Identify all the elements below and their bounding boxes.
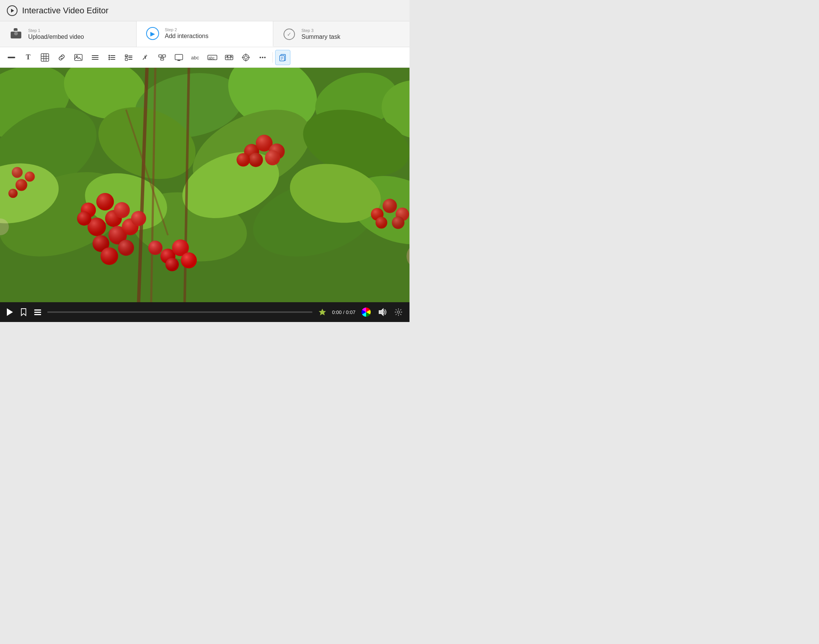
checklist-tool-button[interactable] — [121, 50, 136, 65]
svg-rect-18 — [125, 58, 127, 61]
progress-bar[interactable] — [47, 311, 312, 313]
list-icon — [91, 53, 99, 62]
time-display: 0:00 / 0:07 — [332, 309, 355, 315]
summary-tool-button[interactable] — [155, 50, 170, 65]
image-tool-button[interactable] — [71, 50, 86, 65]
svg-point-47 — [260, 57, 261, 58]
svg-point-97 — [131, 211, 146, 226]
volume-icon — [378, 308, 387, 316]
camera-icon — [9, 27, 23, 41]
total-time: 0:07 — [346, 309, 355, 315]
svg-text:▶: ▶ — [231, 55, 233, 57]
palette-button[interactable] — [360, 306, 372, 318]
bullet-list-tool-button[interactable] — [104, 50, 120, 65]
svg-point-141 — [181, 252, 197, 268]
navigation-icon: ◀ ▶ — [225, 53, 233, 62]
navigation-tool-button[interactable]: ◀ ▶ — [221, 50, 237, 65]
svg-point-42 — [244, 56, 247, 59]
settings-button[interactable] — [393, 306, 404, 318]
interaction-toolbar: T — [0, 47, 410, 68]
step3-number: Step 3 — [301, 28, 340, 33]
step3-label: Summary task — [301, 33, 340, 40]
step1-label: Upload/embed video — [28, 33, 84, 40]
svg-point-95 — [77, 211, 91, 225]
step2-tab[interactable]: ▶ Step 2 Add interactions — [137, 21, 273, 47]
link-icon — [57, 53, 66, 62]
text-input-tool-button[interactable]: abc — [205, 50, 220, 65]
star-button[interactable] — [317, 307, 328, 317]
volume-button[interactable] — [377, 306, 388, 318]
bullet-list-icon — [108, 53, 116, 62]
play-circle-icon — [7, 5, 18, 16]
text-tool-button[interactable]: T — [21, 50, 36, 65]
image-icon — [74, 53, 83, 62]
bars-button[interactable] — [33, 308, 43, 317]
svg-point-109 — [249, 153, 263, 167]
svg-rect-26 — [161, 58, 164, 60]
hotspot-tool-button[interactable] — [238, 50, 253, 65]
svg-point-11 — [108, 55, 110, 56]
paste-tool-button[interactable] — [275, 50, 290, 65]
svg-point-139 — [166, 258, 179, 271]
palette-icon — [362, 308, 371, 317]
svg-point-101 — [118, 240, 134, 256]
time-separator: / — [342, 309, 346, 315]
svg-text:◀: ◀ — [226, 55, 228, 57]
video-area — [0, 68, 410, 302]
svg-point-99 — [100, 247, 118, 265]
text-abc-icon: abc — [191, 53, 201, 62]
svg-point-131 — [392, 217, 405, 229]
svg-rect-29 — [175, 54, 183, 60]
svg-rect-0 — [8, 57, 15, 58]
main-content: T — [0, 47, 410, 322]
bookmark-button[interactable] — [19, 306, 28, 318]
svg-rect-1 — [41, 54, 49, 61]
bookmark-icon — [21, 308, 27, 316]
play-button[interactable] — [5, 307, 14, 317]
svg-point-87 — [114, 202, 130, 218]
more-icon — [258, 53, 267, 62]
svg-text:✗: ✗ — [142, 54, 148, 61]
step2-label: Add interactions — [165, 33, 209, 40]
app-header: Interactive Video Editor — [0, 0, 410, 21]
formula-icon: ✗ / — [141, 53, 150, 62]
svg-text:abc: abc — [209, 56, 215, 60]
minus-tool-button[interactable] — [4, 50, 19, 65]
svg-point-48 — [262, 57, 263, 58]
svg-point-137 — [148, 241, 163, 255]
text-input-icon: abc — [207, 53, 217, 62]
svg-text:abc: abc — [191, 55, 199, 61]
more-tool-button[interactable] — [255, 50, 270, 65]
list-tool-button[interactable] — [88, 50, 103, 65]
svg-point-117 — [25, 172, 35, 182]
steps-navigation: Step 1 Upload/embed video ▶ Step 2 Add i… — [0, 21, 410, 47]
text-icon: T — [26, 53, 30, 61]
touch-icon: ▶ — [146, 27, 159, 40]
step1-tab[interactable]: Step 1 Upload/embed video — [0, 21, 137, 47]
svg-point-49 — [264, 57, 266, 58]
svg-marker-146 — [379, 309, 383, 316]
screen-icon — [175, 53, 183, 62]
table-icon — [41, 53, 49, 62]
step3-tab[interactable]: ✓ Step 3 Summary task — [273, 21, 410, 47]
svg-point-125 — [383, 199, 397, 213]
current-time: 0:00 — [332, 309, 342, 315]
summary-icon — [158, 53, 166, 62]
text-abc-tool-button[interactable]: abc — [188, 50, 203, 65]
svg-rect-24 — [159, 55, 162, 57]
svg-marker-145 — [319, 309, 326, 316]
play-icon — [7, 308, 13, 316]
video-frame — [0, 68, 410, 302]
screen-tool-button[interactable] — [171, 50, 186, 65]
table-tool-button[interactable] — [37, 50, 53, 65]
svg-point-119 — [12, 167, 23, 178]
app-title: Interactive Video Editor — [22, 6, 108, 16]
svg-text:/: / — [145, 54, 147, 58]
toolbar-separator — [272, 52, 273, 63]
svg-point-12 — [108, 57, 110, 58]
formula-tool-button[interactable]: ✗ / — [138, 50, 153, 65]
svg-point-113 — [237, 153, 250, 166]
link-tool-button[interactable] — [54, 50, 69, 65]
svg-point-111 — [265, 150, 280, 166]
hotspot-icon — [242, 53, 250, 62]
